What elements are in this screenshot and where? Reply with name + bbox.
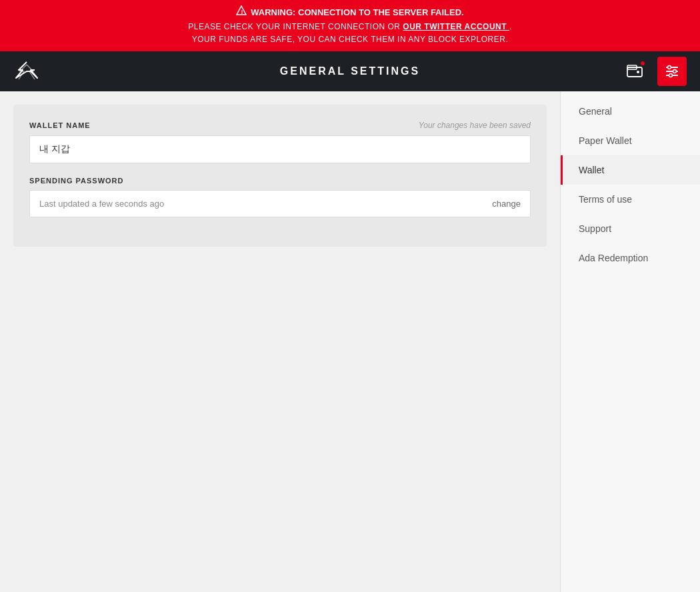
svg-text:!: ! [241, 9, 243, 15]
svg-point-9 [668, 66, 671, 69]
change-password-link[interactable]: change [492, 199, 521, 209]
spending-password-row: Last updated a few seconds ago change [29, 190, 531, 217]
main-layout: WALLET NAME Your changes have been saved… [0, 91, 700, 592]
right-sidebar: General Paper Wallet Wallet Terms of use… [560, 91, 700, 592]
warning-line2: PLEASE CHECK YOUR INTERNET CONNECTION OR… [11, 21, 689, 33]
warning-line1: ! WARNING: CONNECTION TO THE SERVER FAIL… [11, 5, 689, 21]
left-content: WALLET NAME Your changes have been saved… [0, 91, 560, 592]
settings-card: WALLET NAME Your changes have been saved… [13, 105, 547, 247]
header-right [620, 57, 687, 86]
svg-point-5 [637, 71, 639, 73]
svg-rect-3 [627, 67, 642, 77]
wallet-name-section: WALLET NAME Your changes have been saved [29, 121, 531, 163]
svg-point-11 [669, 74, 673, 77]
warning-banner: ! WARNING: CONNECTION TO THE SERVER FAIL… [0, 0, 700, 51]
sidebar-item-support[interactable]: Support [561, 214, 700, 243]
sidebar-item-wallet[interactable]: Wallet [561, 155, 700, 185]
header-left [13, 58, 40, 85]
sidebar-item-general[interactable]: General [561, 97, 700, 126]
twitter-link[interactable]: OUR TWITTER ACCOUNT [403, 22, 509, 31]
svg-point-10 [673, 70, 677, 73]
logo-icon[interactable] [13, 58, 40, 85]
settings-nav-button[interactable] [657, 57, 687, 86]
wallet-name-label: WALLET NAME Your changes have been saved [29, 121, 531, 130]
spending-password-label: SPENDING PASSWORD [29, 177, 531, 185]
sidebar-item-paper-wallet[interactable]: Paper Wallet [561, 126, 700, 155]
wallet-name-input[interactable] [29, 135, 531, 163]
saved-message: Your changes have been saved [419, 121, 531, 130]
warning-line3: YOUR FUNDS ARE SAFE, YOU CAN CHECK THEM … [11, 33, 689, 46]
sidebar-item-terms-of-use[interactable]: Terms of use [561, 185, 700, 214]
header: GENERAL SETTINGS [0, 51, 700, 91]
sidebar-item-ada-redemption[interactable]: Ada Redemption [561, 243, 700, 273]
page-title: GENERAL SETTINGS [280, 65, 420, 77]
warning-triangle-icon: ! [236, 5, 247, 21]
spending-password-section: SPENDING PASSWORD Last updated a few sec… [29, 177, 531, 217]
wallet-nav-button[interactable] [620, 57, 649, 86]
spending-password-text: Last updated a few seconds ago [39, 199, 164, 209]
